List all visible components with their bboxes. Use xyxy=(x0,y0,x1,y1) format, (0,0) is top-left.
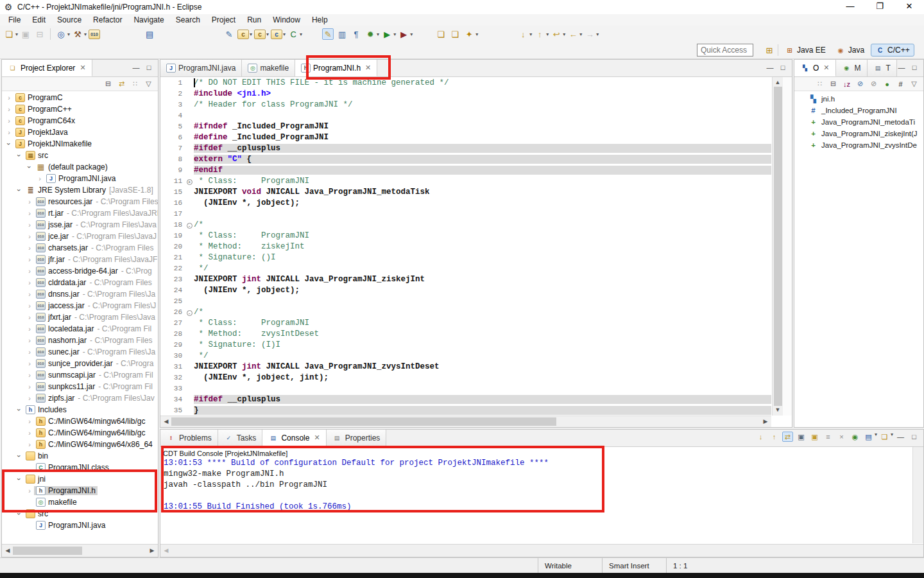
tree-item-jre-system-library[interactable]: ›≣JRE System Library [JavaSE-1.8] xyxy=(2,184,158,196)
sort-icon[interactable]: ↓z xyxy=(841,79,852,89)
tree-item-bin[interactable]: ›bin xyxy=(2,450,158,462)
chevron-collapsed-icon[interactable]: › xyxy=(4,94,13,101)
chevron-collapsed-icon[interactable]: › xyxy=(25,313,34,321)
tree-item-projektjava[interactable]: ›JProjektJava xyxy=(2,127,158,138)
tab-tasks[interactable]: ✓Tasks xyxy=(218,430,263,446)
tree-item-rt-jar[interactable]: ›010rt.jar - C:\Program Files\JavaJRE xyxy=(2,207,158,219)
maximize-view-icon[interactable]: □ xyxy=(908,62,921,74)
word-wrap-icon[interactable]: ▣ xyxy=(796,432,807,442)
menu-run[interactable]: Run xyxy=(241,15,267,25)
scroll-left-icon[interactable]: ◀ xyxy=(3,546,12,556)
tab-outline-o[interactable]: ▚O✕ xyxy=(794,60,836,76)
binary-icon[interactable]: 010 xyxy=(89,30,100,39)
chevron-collapsed-icon[interactable]: › xyxy=(25,441,34,448)
tree-item-src[interactable]: ›▦src xyxy=(2,150,158,161)
tree-item-jfr-jar[interactable]: ›010jfr.jar - C:\Program Files\JavaJF xyxy=(2,254,158,265)
chevron-collapsed-icon[interactable]: › xyxy=(25,232,34,240)
prev-annotation-icon[interactable]: ↑ xyxy=(534,28,545,40)
new-c-folder-icon[interactable]: c xyxy=(254,30,266,39)
back-icon[interactable]: ← xyxy=(567,28,579,40)
perspective-java[interactable]: ◉Java xyxy=(832,44,868,56)
clear-console-icon[interactable]: ≡ xyxy=(823,432,834,442)
forward-icon[interactable]: → xyxy=(584,28,595,40)
dropdown-arrow-icon[interactable]: ▾ xyxy=(283,31,286,37)
minimize-view-icon[interactable]: — xyxy=(764,62,776,74)
scrollbar-thumb[interactable] xyxy=(13,547,82,555)
menu-project[interactable]: Project xyxy=(206,15,241,25)
dropdown-arrow-icon[interactable]: ▾ xyxy=(250,31,252,37)
tree-item--default-package-[interactable]: ›▦(default package) xyxy=(2,161,158,173)
tree-item-jaccess-jar[interactable]: ›010jaccess.jar - C:\Program Files\J xyxy=(2,300,158,311)
chevron-collapsed-icon[interactable]: › xyxy=(25,267,34,275)
chevron-collapsed-icon[interactable]: › xyxy=(4,117,13,125)
console-hscrollbar[interactable]: ◀ xyxy=(160,544,923,557)
scroll-down-icon[interactable]: ↓ xyxy=(755,432,766,442)
hide-inactive-icon[interactable]: # xyxy=(895,79,906,89)
tree-item-jsse-jar[interactable]: ›010jsse.jar - C:\Program Files\Java xyxy=(2,219,158,231)
new-c-class-icon[interactable]: c xyxy=(237,30,249,39)
menu-search[interactable]: Search xyxy=(170,15,206,25)
menu-source[interactable]: Source xyxy=(51,15,87,25)
skip-breakpoints-icon[interactable]: ✎ xyxy=(223,28,235,40)
chevron-collapsed-icon[interactable]: › xyxy=(25,209,34,217)
dropdown-arrow-icon[interactable]: ▾ xyxy=(377,31,379,37)
debug-icon[interactable]: ✹ xyxy=(364,28,376,40)
view-menu-icon[interactable]: ▽ xyxy=(909,79,920,89)
link-editor-icon[interactable]: ⇄ xyxy=(116,79,127,89)
chevron-collapsed-icon[interactable]: › xyxy=(25,383,34,390)
chevron-collapsed-icon[interactable]: › xyxy=(25,302,34,310)
dropdown-arrow-icon[interactable]: ▾ xyxy=(546,31,549,37)
tree-item-cldrdata-jar[interactable]: ›010cldrdata.jar - C:\Program Files xyxy=(2,277,158,288)
outline-item[interactable]: #_Included_ProgramJNI xyxy=(794,105,923,116)
editor-hscrollbar[interactable]: ◀ ▶ xyxy=(160,416,771,427)
restore-window-button[interactable]: ❐ xyxy=(865,0,894,14)
code-editor[interactable]: 1/* DO NOT EDIT THIS FILE - it is machin… xyxy=(160,77,771,416)
chevron-collapsed-icon[interactable]: › xyxy=(25,325,34,333)
dropdown-arrow-icon[interactable]: ▾ xyxy=(875,432,877,442)
last-edit-icon[interactable]: ↩ xyxy=(551,28,562,40)
outline-item[interactable]: ▚jni.h xyxy=(794,93,923,105)
chevron-collapsed-icon[interactable]: › xyxy=(25,221,34,229)
chevron-expanded-icon[interactable]: › xyxy=(15,451,23,460)
dropdown-arrow-icon[interactable]: ▾ xyxy=(266,31,269,37)
chevron-expanded-icon[interactable]: › xyxy=(15,151,23,160)
profile-icon[interactable]: ▶ xyxy=(398,28,409,40)
tree-item-sunec-jar[interactable]: ›010sunec.jar - C:\Program Files\Ja xyxy=(2,346,158,358)
chevron-collapsed-icon[interactable]: › xyxy=(25,394,34,402)
perspective-cc[interactable]: CC/C++ xyxy=(871,44,914,57)
block-selection-icon[interactable]: ▥ xyxy=(336,28,348,40)
minimize-view-icon[interactable]: — xyxy=(130,62,142,74)
dropdown-arrow-icon[interactable]: ▾ xyxy=(475,31,478,37)
console-view-icon[interactable]: ▤ xyxy=(144,28,155,40)
scroll-right-icon[interactable]: ▶ xyxy=(148,546,157,556)
mark-occurrences-icon[interactable]: ✎ xyxy=(322,28,334,40)
chevron-collapsed-icon[interactable]: › xyxy=(4,128,13,136)
minimize-view-icon[interactable]: — xyxy=(895,62,908,74)
tab-outline-t[interactable]: ▤T xyxy=(868,60,897,76)
dropdown-arrow-icon[interactable]: ▾ xyxy=(579,31,582,37)
scrollbar-thumb[interactable] xyxy=(774,87,782,406)
maximize-view-icon[interactable]: □ xyxy=(776,62,789,74)
display-console-icon[interactable]: ▤ xyxy=(863,432,874,442)
chevron-collapsed-icon[interactable]: › xyxy=(25,244,34,252)
chevron-collapsed-icon[interactable]: › xyxy=(25,256,34,263)
save-all-icon[interactable]: ⊟ xyxy=(34,28,46,40)
hide-static-icon[interactable]: ⊘ xyxy=(868,79,879,89)
dropdown-arrow-icon[interactable]: ▾ xyxy=(529,31,532,37)
tree-item-programjni-java[interactable]: JProgramJNI.java xyxy=(2,520,158,531)
new-c-project-icon[interactable]: C xyxy=(287,28,299,40)
editor-vscrollbar[interactable]: ▲ ▼ xyxy=(772,77,783,416)
dropdown-arrow-icon[interactable]: ▾ xyxy=(393,31,396,37)
tree-item-sunjce-provider-jar[interactable]: ›010sunjce_provider.jar - C:\Progra xyxy=(2,358,158,369)
chevron-collapsed-icon[interactable]: › xyxy=(25,417,34,425)
dropdown-arrow-icon[interactable]: ▾ xyxy=(410,31,413,37)
collapse-all-icon[interactable]: ⊟ xyxy=(828,79,839,89)
tree-item-c-mingw64-mingw64-x86-64[interactable]: ›hC:/MinGW64/mingw64/x86_64 xyxy=(2,439,158,450)
close-window-button[interactable]: ✕ xyxy=(894,0,924,14)
explorer-hscrollbar[interactable]: ◀ ▶ xyxy=(2,544,158,557)
tree-item-access-bridge-64-jar[interactable]: ›010access-bridge-64.jar - C:\Prog xyxy=(2,265,158,277)
dropdown-arrow-icon[interactable]: ▾ xyxy=(300,31,302,37)
tab-outline-m[interactable]: ◉M xyxy=(836,60,868,76)
outline-item[interactable]: +Java_ProgramJNI_zvysIntDe xyxy=(794,139,923,151)
tab-programjni-java[interactable]: JProgramJNI.java xyxy=(160,60,242,76)
